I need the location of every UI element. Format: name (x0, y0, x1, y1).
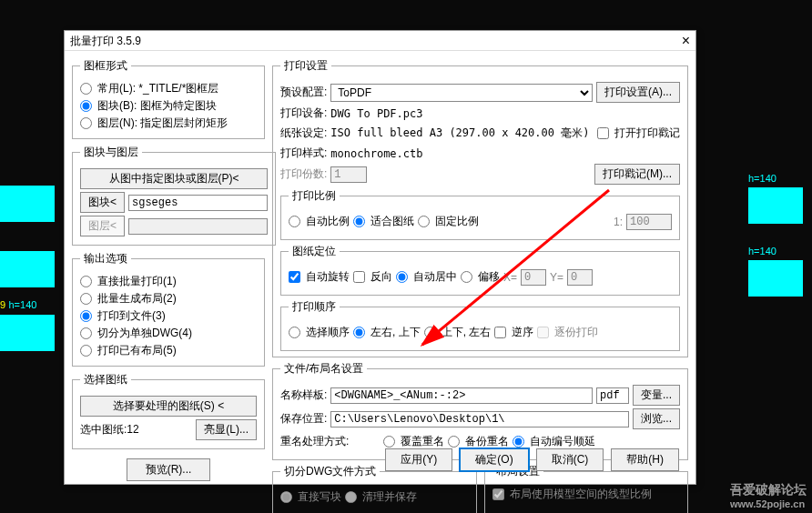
order-lrtb-label: 左右, 上下 (370, 325, 421, 340)
dup-overwrite-radio[interactable] (383, 436, 395, 448)
paper-value: ISO full bleed A3 (297.00 x 420.00 毫米) (330, 126, 594, 141)
preset-label: 预设配置: (280, 85, 327, 100)
browse-button[interactable]: 浏览... (633, 408, 680, 429)
order-lrtb-radio[interactable] (353, 327, 365, 338)
print-config-group: 打印设置 预设配置: ToPDF 打印设置(A)... 打印设备:DWG To … (272, 58, 688, 357)
collate-check (537, 327, 549, 338)
frame-common-radio[interactable] (80, 83, 92, 95)
reverse-check[interactable] (353, 271, 365, 283)
thumb-h-label: h=140 (748, 246, 812, 256)
reverse-label: 反向 (370, 269, 392, 285)
print-config-button[interactable]: 打印设置(A)... (596, 82, 680, 103)
thumb-h-label: h=140 (748, 173, 812, 184)
thumbnail[interactable] (0, 315, 55, 351)
out-direct-radio[interactable] (80, 276, 92, 287)
out-layout-label: 批量生成布局(2) (97, 291, 177, 307)
offset-label: 偏移 (478, 269, 500, 285)
use-model-ltype-check (492, 488, 504, 500)
style-value: monochrome.ctb (330, 147, 680, 160)
order-tblr-radio[interactable] (424, 327, 436, 338)
split-clean-radio (345, 491, 357, 503)
split-direct-radio (280, 491, 292, 503)
open-stamp-label: 打开打印戳记 (614, 126, 680, 141)
apply-button[interactable]: 应用(Y) (385, 448, 452, 471)
thumbnail[interactable] (748, 187, 803, 224)
preset-select[interactable]: ToPDF (330, 84, 593, 102)
order-pick-label: 选择顺序 (306, 325, 350, 340)
variable-button[interactable]: 变量... (633, 385, 680, 406)
help-button[interactable]: 帮助(H) (611, 448, 679, 471)
select-paper-legend: 选择图纸 (80, 372, 131, 387)
highlight-button[interactable]: 亮显(L)... (196, 419, 257, 440)
close-icon[interactable]: × (682, 31, 690, 50)
scale-auto-label: 自动比例 (306, 214, 350, 229)
specify-from-drawing-button[interactable]: 从图中指定图块或图层(P)< (80, 168, 268, 189)
autorotate-check[interactable] (289, 271, 300, 283)
scale-auto-radio[interactable] (289, 216, 300, 227)
layer-input (128, 218, 268, 235)
frame-style-legend: 图框形式 (80, 58, 131, 74)
thumbnail[interactable] (0, 251, 55, 287)
template-input[interactable] (330, 387, 593, 404)
copies-input (330, 166, 367, 183)
order-pick-radio[interactable] (289, 327, 300, 338)
split-dwg-legend: 切分DWG文件方式 (280, 464, 380, 479)
watermark: 吾爱破解论坛 www.52pojie.cn (730, 482, 807, 509)
dup-backup-label: 备份重名 (465, 434, 509, 449)
thumbnail[interactable] (0, 186, 55, 222)
reverse-order-check[interactable] (494, 327, 506, 338)
cancel-button[interactable]: 取消(C) (536, 448, 604, 471)
copies-label: 打印份数: (280, 166, 327, 182)
save-label: 保存位置: (280, 411, 327, 427)
batch-print-dialog: 批量打印 3.5.9 × 图框形式 常用(L): *_TITLE/*图框层 图块… (64, 30, 696, 485)
offset-radio[interactable] (461, 271, 472, 283)
device-label: 打印设备: (280, 106, 327, 121)
ratio-sep: 1: (614, 216, 623, 228)
stamp-button[interactable]: 打印戳记(M)... (594, 164, 680, 185)
preview-button[interactable]: 预览(R)... (127, 458, 211, 481)
out-existing-label: 打印已有布局(5) (97, 343, 177, 358)
y-input (567, 269, 593, 286)
x-label: X= (503, 271, 517, 284)
layout-cfg-group: 布局设置 布局使用模型空间的线型比例 (484, 464, 689, 513)
collate-label: 逐份打印 (554, 325, 598, 340)
dup-autoinc-radio[interactable] (513, 436, 524, 448)
out-existing-radio[interactable] (80, 345, 92, 357)
dup-backup-radio[interactable] (448, 436, 460, 448)
frame-style-group: 图框形式 常用(L): *_TITLE/*图框层 图块(B): 图框为特定图块 … (72, 58, 265, 139)
scale-fit-radio[interactable] (353, 216, 365, 227)
open-stamp-check[interactable] (597, 127, 609, 139)
block-layer-group: 图块与图层 从图中指定图块或图层(P)< 图块< 图层< (72, 145, 276, 246)
output-group: 输出选项 直接批量打印(1) 批量生成布局(2) 打印到文件(3) 切分为单独D… (72, 251, 265, 367)
reverse-order-label: 逆序 (512, 325, 533, 340)
file-layout-group: 文件/布局名设置 名称样板: 变量... 保存位置: 浏览... 重名处理方式:… (272, 361, 688, 460)
select-drawings-button[interactable]: 选择要处理的图纸(S) < (80, 396, 257, 417)
out-file-radio[interactable] (80, 310, 92, 322)
use-model-ltype-label: 布局使用模型空间的线型比例 (510, 487, 652, 502)
out-layout-radio[interactable] (80, 293, 92, 305)
center-radio[interactable] (396, 271, 408, 283)
thumbnail[interactable] (748, 260, 803, 297)
ok-button[interactable]: 确定(O) (460, 448, 528, 471)
window-title: 批量打印 3.5.9 (70, 31, 141, 50)
x-input (521, 269, 546, 286)
ext-input[interactable] (596, 387, 629, 404)
block-button[interactable]: 图块< (80, 192, 125, 213)
out-file-label: 打印到文件(3) (97, 308, 166, 324)
frame-layer-radio[interactable] (80, 117, 92, 129)
scale-fixed-label: 固定比例 (435, 214, 479, 229)
thumb-h-label: h=140 (8, 299, 36, 310)
orient-legend: 图纸定位 (289, 244, 340, 259)
style-label: 打印样式: (280, 146, 327, 161)
frame-block-label: 图块(B): 图框为特定图块 (97, 98, 217, 114)
order-tblr-label: 上下, 左右 (442, 325, 492, 340)
layer-button: 图层< (80, 216, 125, 236)
save-path-input[interactable] (330, 411, 629, 428)
frame-block-radio[interactable] (80, 100, 92, 112)
template-label: 名称样板: (280, 387, 327, 403)
dup-autoinc-label: 自动编号顺延 (530, 434, 595, 449)
device-value: DWG To PDF.pc3 (330, 107, 422, 120)
scale-fixed-radio[interactable] (418, 216, 430, 227)
block-input[interactable] (128, 195, 268, 211)
out-split-radio[interactable] (80, 327, 92, 339)
